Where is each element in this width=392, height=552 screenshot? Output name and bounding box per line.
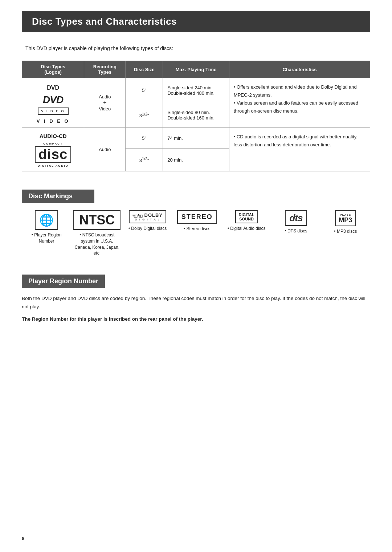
disc-types-table: Disc Types (Logos) Recording Types Disc …: [22, 61, 370, 171]
dts-icon: dts: [285, 210, 307, 226]
marking-stereo: STEREO • Stereo discs: [172, 210, 222, 232]
globe-icon-box: 🌐: [35, 210, 58, 230]
marking-globe-desc: • Player Region Number: [24, 232, 69, 244]
stereo-icon: STEREO: [177, 210, 217, 224]
dolby-icon: 𝠿𝠾 DOLBY D I G I T A L: [129, 210, 166, 223]
dvd-characteristics: • Offers excellent sound and video due t…: [229, 78, 370, 128]
dvd-time-1: Single-sided 240 min. Double-sided 480 m…: [163, 78, 229, 103]
th-disc-size: Disc Size: [126, 61, 163, 78]
cd-recording: Audio: [84, 128, 126, 171]
cd-time-1: 74 min.: [163, 128, 229, 149]
disc-markings-header: Disc Markings: [22, 190, 94, 203]
digital-sound-icon: DIGITALSOUND: [235, 210, 258, 223]
dvd-size-1: 5": [126, 78, 163, 103]
cd-logo: COMPACT disc DIGITAL AUDIO: [26, 142, 79, 167]
disc-markings-section: Disc Markings 🌐 • Player Region Number N…: [22, 190, 370, 256]
page: Disc Types and Characteristics This DVD …: [0, 0, 392, 552]
marking-digital-sound: DIGITALSOUND • Digital Audio discs: [222, 210, 271, 232]
marking-stereo-desc: • Stereo discs: [184, 226, 211, 232]
marking-dolby-desc: • Dolby Digital discs: [128, 226, 167, 232]
globe-icon: 🌐: [39, 213, 54, 227]
cd-logo-cell: AUDIO-CD COMPACT disc DIGITAL AUDIO: [22, 128, 84, 171]
ntsc-icon: NTSC: [73, 210, 121, 230]
cd-size-2: 31/2": [126, 149, 163, 171]
marking-dolby: 𝠿𝠾 DOLBY D I G I T A L • Dolby Digital d…: [123, 210, 172, 232]
dvd-logo-cell: DVD DVD V I D E O V I D E O: [22, 78, 84, 128]
marking-mp3-desc: • MP3 discs: [334, 228, 357, 235]
table-row-dvd: DVD DVD V I D E O V I D E O Audio+Video …: [22, 78, 370, 103]
markings-row: 🌐 • Player Region Number NTSC • NTSC bro…: [22, 210, 370, 256]
dvd-logo: DVD: [43, 94, 63, 105]
marking-ntsc: NTSC • NTSC broadcast system in U.S.A, C…: [71, 210, 123, 256]
cd-time-2: 20 min.: [163, 149, 229, 171]
dvd-recording: Audio+Video: [84, 78, 126, 128]
cd-size-1: 5": [126, 128, 163, 149]
player-region-header: Player Region Number: [22, 275, 105, 288]
th-max-playing: Max. Playing Time: [163, 61, 229, 78]
cd-characteristics: • CD audio is recorded as a digital sign…: [229, 128, 370, 171]
mp3-icon: PLAYS MP3: [335, 210, 356, 226]
marking-dts-desc: • DTS discs: [285, 228, 307, 234]
th-disc-types: Disc Types (Logos): [22, 61, 84, 78]
th-characteristics: Characteristics: [229, 61, 370, 78]
table-row-cd: AUDIO-CD COMPACT disc DIGITAL AUDIO Audi…: [22, 128, 370, 149]
dvd-size-2: 31/2": [126, 103, 163, 128]
marking-mp3: PLAYS MP3 • MP3 discs: [321, 210, 370, 235]
region-desc-2: The Region Number for this player is ins…: [22, 316, 370, 322]
marking-dts: dts • DTS discs: [271, 210, 320, 234]
intro-text: This DVD player is capable of playing th…: [25, 45, 370, 51]
marking-digital-desc: • Digital Audio discs: [228, 226, 266, 232]
marking-globe: 🌐 • Player Region Number: [22, 210, 71, 244]
marking-ntsc-desc: • NTSC broadcast system in U.S.A, Canada…: [73, 232, 121, 256]
page-number: 8: [22, 536, 24, 541]
th-recording: Recording Types: [84, 61, 126, 78]
player-region-section: Player Region Number Both the DVD player…: [22, 275, 370, 322]
dvd-time-2: Single-sided 80 min. Double-sided 160 mi…: [163, 103, 229, 128]
region-desc-1: Both the DVD player and DVD discs are co…: [22, 295, 370, 311]
page-title: Disc Types and Characteristics: [22, 11, 370, 32]
